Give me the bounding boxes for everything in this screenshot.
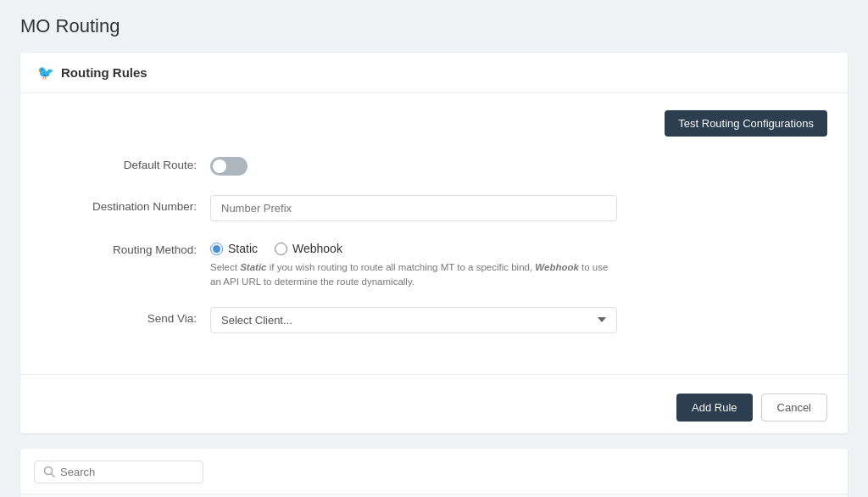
radio-static[interactable]: Static — [210, 242, 258, 255]
th-status: Status ⇅ — [651, 494, 759, 497]
table-card: Destination Number ▲ Routing Rule ⇅ Clie… — [20, 449, 848, 498]
th-destination-number: Destination Number ▲ — [20, 494, 233, 497]
routing-method-row: Routing Method: Static Webhook Selec — [41, 238, 827, 290]
default-route-row: Default Route: — [41, 154, 827, 178]
destination-number-label: Destination Number: — [41, 195, 210, 213]
radio-webhook[interactable]: Webhook — [275, 242, 342, 255]
card-title: Routing Rules — [61, 65, 147, 80]
routing-method-control: Static Webhook Select Static if you wish… — [210, 238, 827, 290]
search-input[interactable] — [60, 466, 194, 478]
add-rule-button[interactable]: Add Rule — [676, 394, 752, 422]
routing-rules-card: 🐦 Routing Rules Test Routing Configurati… — [20, 53, 848, 433]
form-divider — [20, 374, 848, 375]
search-icon — [43, 466, 55, 477]
radio-webhook-label: Webhook — [292, 242, 342, 255]
destination-number-input[interactable] — [210, 195, 617, 221]
default-route-label: Default Route: — [41, 154, 210, 171]
send-via-label: Send Via: — [41, 307, 210, 325]
bottom-actions: Add Rule Cancel — [20, 382, 848, 433]
routing-icon: 🐦 — [37, 64, 54, 81]
table-header-row: Destination Number ▲ Routing Rule ⇅ Clie… — [20, 494, 848, 497]
toggle-slider — [210, 157, 248, 176]
card-header: 🐦 Routing Rules — [20, 53, 848, 93]
radio-static-input[interactable] — [210, 243, 223, 255]
send-via-select[interactable]: Select Client... — [210, 307, 617, 333]
search-input-wrap — [34, 461, 203, 483]
send-via-row: Send Via: Select Client... — [41, 307, 827, 333]
radio-webhook-input[interactable] — [275, 243, 287, 255]
routing-method-radio-group: Static Webhook — [210, 242, 827, 255]
search-section — [20, 449, 848, 483]
radio-static-label: Static — [228, 242, 258, 255]
destination-number-row: Destination Number: — [41, 195, 827, 221]
th-client-bind: Client Bind/ Webhook URL ⇅ — [391, 494, 651, 497]
th-routing-rule: Routing Rule ⇅ — [233, 494, 392, 497]
test-routing-button[interactable]: Test Routing Configurations — [665, 110, 827, 137]
default-route-control — [210, 154, 827, 178]
svg-line-1 — [52, 474, 55, 477]
table-header: Destination Number ▲ Routing Rule ⇅ Clie… — [20, 494, 848, 497]
page-title: MO Routing — [20, 15, 848, 37]
top-action-row: Test Routing Configurations — [41, 110, 827, 137]
default-route-toggle[interactable] — [210, 157, 248, 176]
cancel-button[interactable]: Cancel — [761, 394, 827, 422]
page-wrapper: MO Routing 🐦 Routing Rules Test Routing … — [0, 0, 868, 497]
routing-hint: Select Static if you wish routing to rou… — [210, 260, 617, 290]
destination-number-control — [210, 195, 827, 221]
th-action: Action — [760, 494, 848, 497]
send-via-control: Select Client... — [210, 307, 827, 333]
routing-table: Destination Number ▲ Routing Rule ⇅ Clie… — [20, 494, 848, 498]
card-body: Test Routing Configurations Default Rout… — [20, 93, 848, 367]
routing-method-label: Routing Method: — [41, 238, 210, 256]
